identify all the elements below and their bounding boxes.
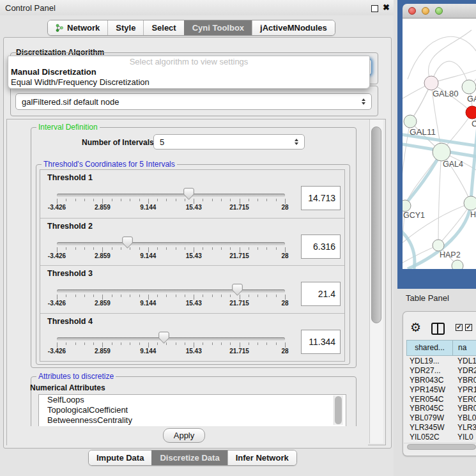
network-node[interactable]: [452, 260, 463, 269]
bottom-tab-bar: Impute DataDiscretize DataInfer Network: [88, 450, 297, 466]
node-label-ga: GA: [467, 94, 476, 104]
threshold-block: Threshold 1 -3.4262.8599.14415.4321.7152…: [40, 170, 344, 218]
column-header-shared[interactable]: shared...: [406, 340, 453, 356]
table-row[interactable]: YBR043CYBR0: [406, 376, 476, 385]
table-row[interactable]: YDL19...YDL1: [406, 357, 476, 366]
network-node[interactable]: [464, 196, 476, 210]
table-panel-title: Table Panel: [406, 293, 449, 303]
network-node[interactable]: [403, 200, 411, 211]
table-data-value: galFiltered.sif default node: [22, 97, 119, 107]
top-tab-bar: NetworkStyleSelectCyni ToolboxjActiveMNo…: [47, 20, 335, 36]
attribute-item-topologicalcoefficient[interactable]: TopologicalCoefficient: [39, 405, 346, 415]
table-data-combobox[interactable]: galFiltered.sif default node: [15, 93, 372, 110]
number-of-intervals-combobox[interactable]: 5: [153, 134, 305, 150]
table-row[interactable]: YBL079WYBL0: [406, 413, 476, 423]
tab-label: jActiveMNodules: [260, 23, 327, 33]
threshold-value-box[interactable]: 14.713: [301, 186, 341, 210]
network-node[interactable]: [466, 106, 476, 119]
split-columns-icon[interactable]: [431, 323, 445, 335]
threshold-block: Threshold 2 -3.4262.8599.14415.4321.7152…: [40, 218, 344, 266]
network-node[interactable]: [433, 240, 444, 251]
slider-tick-labels: -3.4262.8599.14415.4321.71528: [57, 204, 285, 211]
checkbox-icon[interactable]: ✓: [456, 324, 463, 331]
tab-discretize-data[interactable]: Discretize Data: [151, 450, 227, 465]
control-panel-titlebar: Control Panel ✖: [0, 0, 394, 15]
cell-shared-name: YBL079W: [406, 413, 452, 423]
algorithm-option-equal-width-frequency-discretization[interactable]: Equal Width/Frequency Discretization: [8, 77, 369, 88]
threshold-block: Threshold 4 -3.4262.8599.14415.4321.7152…: [40, 313, 344, 361]
network-node[interactable]: [424, 76, 438, 90]
slider-track[interactable]: [57, 194, 285, 197]
float-window-icon[interactable]: [371, 5, 378, 12]
numerical-attributes-list[interactable]: SelfLoopsTopologicalCoefficientBetweenne…: [38, 394, 346, 427]
zoom-traffic-light-icon[interactable]: [435, 7, 443, 15]
number-of-intervals-label: Number of Intervals: [82, 138, 154, 147]
cell-name: YBR0: [452, 376, 476, 385]
horizontal-scrollbar-thumb[interactable]: [407, 444, 476, 450]
popup-options: Manual DiscretizationEqual Width/Frequen…: [8, 67, 369, 88]
tab-label: Style: [116, 23, 135, 33]
apply-button[interactable]: Apply: [163, 428, 205, 443]
tab-label: Network: [67, 23, 100, 33]
threshold-value-box[interactable]: 11.344: [301, 330, 341, 354]
table-row[interactable]: YIL052CYIL0: [406, 433, 476, 442]
node-label-c: C: [472, 119, 476, 128]
number-of-intervals-value: 5: [160, 137, 164, 147]
threshold-value-box[interactable]: 21.4: [301, 282, 341, 306]
table-row[interactable]: YBR045CYBR0: [406, 404, 476, 413]
tab-jactivemnodules[interactable]: jActiveMNodules: [252, 20, 335, 35]
interval-definition-label: Interval Definition: [36, 123, 100, 132]
tab-impute-data[interactable]: Impute Data: [89, 450, 151, 465]
table-row[interactable]: YPR145WYPR1: [406, 385, 476, 395]
cell-name: YIL0: [452, 433, 473, 442]
close-traffic-light-icon[interactable]: [408, 7, 416, 15]
table-row[interactable]: YLR345WYLR3: [406, 423, 476, 433]
tab-network[interactable]: Network: [48, 20, 107, 35]
tab-infer-network[interactable]: Infer Network: [227, 450, 296, 465]
attribute-item-selfloops[interactable]: SelfLoops: [39, 395, 346, 405]
minimize-traffic-light-icon[interactable]: [422, 7, 429, 15]
thresholds-stack: Threshold 1 -3.4262.8599.14415.4321.7152…: [40, 169, 345, 362]
network-window-titlebar[interactable]: [403, 4, 476, 19]
tab-select[interactable]: Select: [143, 20, 183, 35]
cell-shared-name: YBR045C: [406, 404, 452, 413]
slider-track[interactable]: [57, 337, 285, 341]
slider-track[interactable]: [57, 242, 285, 245]
cell-name: YPR1: [452, 385, 476, 395]
cell-name: YDL1: [452, 357, 476, 366]
attributes-scrollbar-thumb[interactable]: [335, 396, 342, 424]
cell-name: YLR3: [452, 423, 476, 433]
algorithm-option-manual-discretization[interactable]: Manual Discretization: [8, 67, 369, 77]
close-icon[interactable]: ✖: [383, 3, 390, 12]
threshold-label: Threshold 2: [47, 222, 93, 231]
popup-hint: Select algorithm to view settings: [8, 56, 369, 67]
tab-label: Discretize Data: [160, 453, 219, 463]
node-label-gcy1: GCY1: [403, 211, 425, 220]
numerical-attributes-label: Numerical Attributes: [30, 383, 105, 392]
table-row[interactable]: YDR27...YDR2: [406, 366, 476, 376]
network-node[interactable]: [433, 143, 450, 161]
table-row[interactable]: YER054CYER0: [406, 395, 476, 404]
cell-shared-name: YPR145W: [406, 385, 452, 395]
network-icon: [56, 24, 64, 32]
threshold-value-box[interactable]: 6.316: [301, 234, 341, 259]
cell-shared-name: YLR345W: [406, 423, 452, 433]
checkbox-icon[interactable]: ✓: [465, 324, 472, 331]
table-rows: YDL19...YDL1YDR27...YDR2YBR043CYBR0YPR14…: [406, 357, 476, 442]
tab-cyni-toolbox[interactable]: Cyni Toolbox: [184, 20, 252, 35]
network-node[interactable]: [462, 80, 476, 94]
attributes-group-label: Attributes to discretize: [36, 372, 116, 381]
tab-label: Infer Network: [236, 453, 289, 463]
network-nodes[interactable]: [403, 76, 476, 269]
attribute-item-betweennesscentrality[interactable]: BetweennessCentrality: [39, 415, 346, 426]
vertical-scrollbar-thumb[interactable]: [371, 127, 381, 323]
node-label-gal4: GAL4: [443, 160, 463, 169]
network-node[interactable]: [404, 115, 417, 128]
column-header-name[interactable]: na: [452, 340, 476, 356]
network-view-canvas[interactable]: GAL80GACGAL11GAL4GCY1HHAP2: [403, 19, 476, 269]
cell-shared-name: YDR27...: [406, 366, 452, 376]
tab-style[interactable]: Style: [107, 20, 143, 35]
slider-track[interactable]: [57, 289, 285, 293]
thresholds-group-label: Threshold's Coordinates for 5 Intervals: [42, 160, 177, 169]
gear-icon[interactable]: ⚙: [410, 320, 421, 335]
